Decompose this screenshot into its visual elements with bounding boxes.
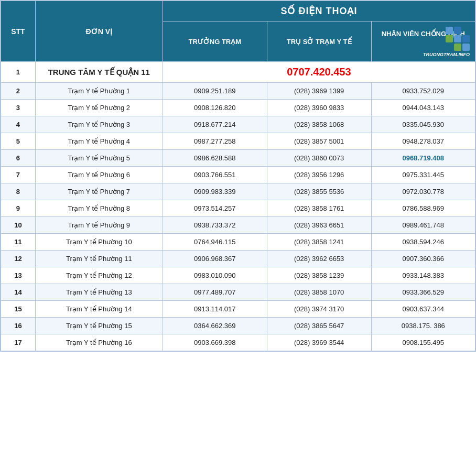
logo-area: Truongtram.info xyxy=(423,27,470,57)
cell-nhan-vien: 0933.752.029 xyxy=(371,83,475,100)
header-tru-so: TRỤ SỞ TRẠM Y TẾ xyxy=(267,21,371,62)
table-row: 15Trạm Y tế Phường 140913.114.017(028) 3… xyxy=(1,301,475,318)
cell-tru-so: (028) 3963 6651 xyxy=(267,217,371,234)
cell-truong-tram: 0903.669.398 xyxy=(163,334,267,352)
logo-block-6 xyxy=(462,35,470,42)
cell-nhan-vien: 0968.719.408 xyxy=(371,150,475,167)
cell-tru-so: (028) 3857 5001 xyxy=(267,133,371,150)
cell-truong-tram: 0909.251.189 xyxy=(163,83,267,100)
cell-tru-so: (028) 3865 5647 xyxy=(267,318,371,334)
cell-stt: 13 xyxy=(1,267,35,284)
cell-truong-tram: 0909.983.339 xyxy=(163,183,267,200)
cell-truong-tram: 0977.489.707 xyxy=(163,284,267,301)
cell-nhan-vien: 0335.045.930 xyxy=(371,116,475,133)
cell-tru-so: (028) 3969 3544 xyxy=(267,334,371,352)
cell-donvi: Trạm Y tế Phường 14 xyxy=(35,301,163,318)
table-row: 3Trạm Y tế Phường 20908.126.820(028) 396… xyxy=(1,100,475,116)
cell-donvi: Trạm Y tế Phường 11 xyxy=(35,251,163,267)
cell-truong-tram: 0913.114.017 xyxy=(163,301,267,318)
cell-tru-so: (028) 3858 1068 xyxy=(267,116,371,133)
cell-truong-tram: 0364.662.369 xyxy=(163,318,267,334)
header-truong-tram: TRƯỞNG TRẠM xyxy=(163,21,267,62)
cell-nhan-vien: 0989.461.748 xyxy=(371,217,475,234)
cell-truong-tram: 0764.946.115 xyxy=(163,234,267,251)
cell-tru-so: (028) 3860 0073 xyxy=(267,150,371,167)
table-row: 7Trạm Y tế Phường 60903.766.551(028) 395… xyxy=(1,167,475,183)
header-phone-group: SỐ ĐIỆN THOẠI xyxy=(163,1,475,21)
cell-stt: 2 xyxy=(1,83,35,100)
cell-truong-tram: 0906.968.367 xyxy=(163,251,267,267)
cell-nhan-vien: 0908.155.495 xyxy=(371,334,475,352)
cell-nhan-vien: 0786.588.969 xyxy=(371,200,475,217)
cell-stt: 15 xyxy=(1,301,35,318)
cell-stt: 1 xyxy=(1,62,35,83)
cell-tru-so: (028) 3858 1070 xyxy=(267,284,371,301)
cell-tru-so: (028) 3960 9833 xyxy=(267,100,371,116)
cell-truong-tram: 0973.514.257 xyxy=(163,200,267,217)
cell-donvi: Trạm Y tế Phường 8 xyxy=(35,200,163,217)
cell-phone-merged: 0707.420.453 xyxy=(163,62,475,83)
cell-nhan-vien: 0972.030.778 xyxy=(371,183,475,200)
table-row: 6Trạm Y tế Phường 50986.628.588(028) 386… xyxy=(1,150,475,167)
cell-donvi: Trạm Y tế Phường 1 xyxy=(35,83,163,100)
table-row: 4Trạm Y tế Phường 30918.677.214(028) 385… xyxy=(1,116,475,133)
cell-nhan-vien: 0975.331.445 xyxy=(371,167,475,183)
logo-block-4 xyxy=(446,35,453,42)
cell-donvi: Trạm Y tế Phường 6 xyxy=(35,167,163,183)
cell-truong-tram: 0983.010.090 xyxy=(163,267,267,284)
cell-stt: 11 xyxy=(1,234,35,251)
cell-tru-so: (028) 3858 1239 xyxy=(267,267,371,284)
table-row: 16Trạm Y tế Phường 150364.662.369(028) 3… xyxy=(1,318,475,334)
cell-nhan-vien: 0938.175. 386 xyxy=(371,318,475,334)
logo-blocks xyxy=(446,27,470,51)
cell-stt: 4 xyxy=(1,116,35,133)
table-row: 5Trạm Y tế Phường 40987.277.258(028) 385… xyxy=(1,133,475,150)
header-nhan-vien: NHÂN VIÊN CHỐNG DỊCH xyxy=(371,21,475,62)
cell-truong-tram: 0986.628.588 xyxy=(163,150,267,167)
cell-stt: 5 xyxy=(1,133,35,150)
cell-nhan-vien: 0948.278.037 xyxy=(371,133,475,150)
table-row: 11Trạm Y tế Phường 100764.946.115(028) 3… xyxy=(1,234,475,251)
cell-donvi: Trạm Y tế Phường 5 xyxy=(35,150,163,167)
cell-truong-tram: 0987.277.258 xyxy=(163,133,267,150)
cell-stt: 16 xyxy=(1,318,35,334)
logo-block-9 xyxy=(462,44,470,51)
cell-donvi: Trạm Y tế Phường 13 xyxy=(35,284,163,301)
cell-nhan-vien: 0944.043.143 xyxy=(371,100,475,116)
cell-truong-tram: 0903.766.551 xyxy=(163,167,267,183)
cell-stt: 3 xyxy=(1,100,35,116)
table-row: 2Trạm Y tế Phường 10909.251.189(028) 396… xyxy=(1,83,475,100)
logo-text: Truongtram.info xyxy=(423,52,470,57)
cell-tru-so: (028) 3858 1761 xyxy=(267,200,371,217)
cell-truong-tram: 0918.677.214 xyxy=(163,116,267,133)
table-row: 9Trạm Y tế Phường 80973.514.257(028) 385… xyxy=(1,200,475,217)
table-row: 1TRUNG TÂM Y TẾ QUẬN 110707.420.453 xyxy=(1,62,475,83)
cell-tru-so: (028) 3962 6653 xyxy=(267,251,371,267)
cell-donvi: Trạm Y tế Phường 9 xyxy=(35,217,163,234)
cell-stt: 9 xyxy=(1,200,35,217)
cell-tru-so: (028) 3974 3170 xyxy=(267,301,371,318)
cell-tru-so: (028) 3956 1296 xyxy=(267,167,371,183)
cell-donvi: Trạm Y tế Phường 4 xyxy=(35,133,163,150)
cell-donvi: Trạm Y tế Phường 12 xyxy=(35,267,163,284)
cell-truong-tram: 0908.126.820 xyxy=(163,100,267,116)
header-stt: STT xyxy=(1,1,35,62)
table-row: 14Trạm Y tế Phường 130977.489.707(028) 3… xyxy=(1,284,475,301)
cell-stt: 6 xyxy=(1,150,35,167)
table-row: 13Trạm Y tế Phường 120983.010.090(028) 3… xyxy=(1,267,475,284)
cell-stt: 8 xyxy=(1,183,35,200)
cell-stt: 17 xyxy=(1,334,35,352)
cell-nhan-vien: 0903.637.344 xyxy=(371,301,475,318)
logo-block-5 xyxy=(454,35,461,42)
cell-donvi: Trạm Y tế Phường 16 xyxy=(35,334,163,352)
table-row: 10Trạm Y tế Phường 90938.733.372(028) 39… xyxy=(1,217,475,234)
main-table: STT ĐƠN VỊ SỐ ĐIỆN THOẠI TRƯỞNG TRẠM TRỤ… xyxy=(0,0,476,352)
cell-truong-tram: 0938.733.372 xyxy=(163,217,267,234)
table-row: 8Trạm Y tế Phường 70909.983.339(028) 385… xyxy=(1,183,475,200)
table-row: 17Trạm Y tế Phường 160903.669.398(028) 3… xyxy=(1,334,475,352)
logo-block-7 xyxy=(446,44,453,51)
header-donvi: ĐƠN VỊ xyxy=(35,1,163,62)
cell-tru-so: (028) 3969 1399 xyxy=(267,83,371,100)
cell-donvi: TRUNG TÂM Y TẾ QUẬN 11 xyxy=(35,62,163,83)
cell-stt: 12 xyxy=(1,251,35,267)
